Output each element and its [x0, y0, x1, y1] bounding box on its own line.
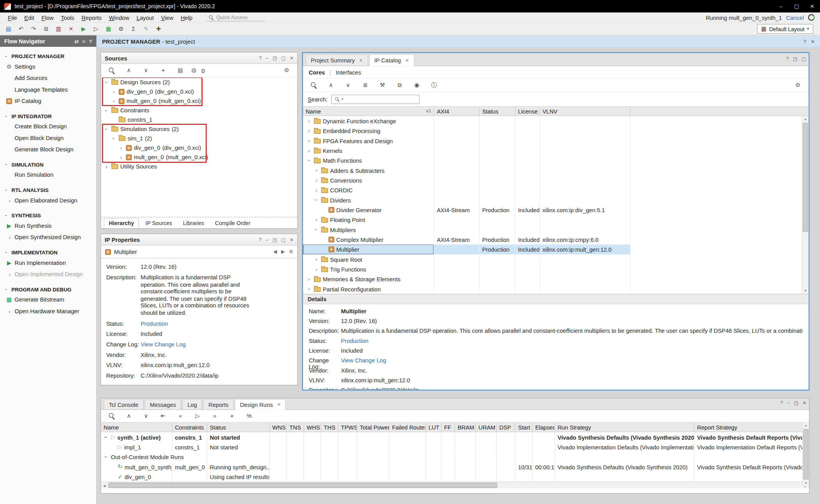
edit-button[interactable]: ✎ — [140, 24, 152, 34]
catalog-tree-row[interactable]: ›Trig Functions — [303, 264, 631, 274]
sources-tab-compile-order[interactable]: Compile Order — [210, 218, 255, 228]
sources-tab-ip-sources[interactable]: IP Sources — [141, 218, 177, 228]
cancel-link[interactable]: Cancel — [786, 14, 804, 21]
report-button[interactable]: ▦ — [103, 24, 115, 34]
close-tab-icon[interactable]: ✕ — [359, 57, 363, 62]
left-icon[interactable]: ◀ — [273, 249, 277, 254]
help-icon[interactable]: ? — [781, 401, 783, 406]
maximize-icon[interactable]: ▢ — [281, 237, 285, 242]
settings-button[interactable]: ⚙ — [115, 24, 127, 34]
add-button[interactable]: + — [157, 65, 169, 76]
scrollbar-thumb[interactable] — [803, 429, 808, 479]
expander-icon[interactable]: › — [7, 197, 12, 203]
expander-icon[interactable]: › — [7, 234, 12, 240]
maximize-icon[interactable]: ▢ — [281, 55, 285, 60]
minimize-icon[interactable]: – — [266, 237, 269, 242]
column-header-report_strategy[interactable]: Report Strategy — [695, 423, 810, 432]
column-header-tpws[interactable]: TPWS — [339, 423, 357, 432]
tab-design-runs[interactable]: Design Runs✕ — [235, 399, 286, 410]
expander-icon[interactable]: › — [314, 167, 319, 173]
expander-icon[interactable]: › — [103, 454, 109, 460]
sources-tree-row[interactable]: constrs_1 — [101, 115, 298, 124]
catalog-tree-row[interactable]: ›Math Functions — [303, 156, 631, 165]
paste-button[interactable]: ▥ — [53, 24, 65, 34]
file-button[interactable]: ▤ — [175, 65, 187, 76]
link-button[interactable]: ⧉ — [394, 80, 406, 91]
column-header-tns[interactable]: TNS — [287, 423, 304, 432]
menu-reports[interactable]: Reports — [78, 14, 105, 21]
search-button[interactable] — [106, 411, 118, 421]
settings-icon[interactable]: ⚙ — [289, 249, 293, 254]
expander-icon[interactable]: › — [314, 217, 319, 223]
expander-icon[interactable]: › — [306, 128, 312, 134]
sources-tab-libraries[interactable]: Libraries — [178, 218, 209, 228]
scroll-up-icon[interactable]: ▲ — [803, 422, 809, 429]
flow-nav-item-ip-catalog[interactable]: IP Catalog — [0, 95, 96, 106]
layout-selector[interactable]: ▦ Default Layout ▾ — [757, 24, 813, 34]
flow-nav-item-open-hardware-manager[interactable]: ›Open Hardware Manager — [0, 305, 96, 317]
flow-nav-item-generate-block-design[interactable]: Generate Block Design — [0, 144, 96, 155]
close-icon[interactable]: ✕ — [290, 237, 294, 242]
scrollbar-track[interactable] — [108, 482, 802, 488]
sources-tree-row[interactable]: ›sim_1(2) — [101, 134, 298, 143]
expander-icon[interactable]: › — [306, 138, 312, 144]
catalog-tree-row[interactable]: ›Adders & Subtracters — [303, 165, 631, 175]
menu-file[interactable]: File — [4, 14, 21, 21]
scroll-down-icon[interactable]: ▼ — [803, 480, 809, 486]
flow-nav-item-language-templates[interactable]: Language Templates — [0, 84, 96, 95]
flow-nav-item-run-synthesis[interactable]: ▶Run Synthesis — [0, 220, 96, 231]
scrollbar-thumb[interactable] — [108, 483, 497, 488]
column-header-failed_routes[interactable]: Failed Routes — [389, 423, 426, 432]
settings-button[interactable]: ⚙ — [281, 65, 293, 76]
column-header-wns[interactable]: WNS — [270, 423, 287, 432]
close-icon[interactable]: ✕ — [811, 39, 815, 44]
property-value[interactable]: View Change Log — [141, 341, 186, 348]
menu-help[interactable]: Help — [177, 14, 196, 21]
flow-nav-section-title[interactable]: ›SIMULATION — [0, 161, 96, 169]
catalog-tree-row[interactable]: MultiplierProductionIncludedxilinx.com:i… — [303, 245, 631, 254]
flow-nav-item-generate-bitstream[interactable]: ▦Generate Bitstream — [0, 294, 96, 305]
right-icon[interactable]: ▶ — [281, 249, 285, 254]
catalog-tree-row[interactable]: ›Square Root — [303, 254, 631, 264]
tab-log[interactable]: Log — [182, 399, 202, 410]
catalog-tree-row[interactable]: ›Partial Reconfiguration — [303, 284, 631, 294]
debug-button[interactable]: ✚ — [153, 24, 165, 34]
catalog-tree-row[interactable]: ›Conversions — [303, 175, 631, 185]
flow-nav-item-settings[interactable]: ⚙Settings — [0, 61, 96, 72]
help-icon[interactable]: ? — [89, 38, 92, 44]
flow-nav-item-open-block-design[interactable]: Open Block Design — [0, 132, 96, 144]
column-header-whs[interactable]: WHS — [304, 423, 321, 432]
sources-tree-row[interactable]: ›Constraints — [101, 106, 298, 115]
search-button[interactable] — [106, 65, 118, 76]
column-header-dsp[interactable]: DSP — [497, 423, 515, 432]
maximize-window-button[interactable]: ▢ — [789, 0, 804, 12]
design-run-row[interactable]: ▷impl_1constrs_1Not startedVivado Implem… — [101, 442, 809, 452]
catalog-tree-row[interactable]: ›Dividers — [303, 195, 631, 205]
expander-icon[interactable]: › — [4, 287, 8, 293]
flow-nav-section-title[interactable]: ›IMPLEMENTATION — [0, 248, 96, 257]
catalog-tree-row[interactable]: ›Dynamic Function eXchange — [303, 116, 631, 126]
sources-tree-row[interactable]: ›Design Sources(2) — [101, 78, 298, 87]
settings-button[interactable]: ⚙ — [792, 80, 804, 91]
menu-edit[interactable]: Edit — [21, 14, 38, 21]
close-tab-icon[interactable]: ✕ — [405, 58, 409, 63]
design-run-row[interactable]: ›Out-of-Context Module Runs — [101, 452, 809, 462]
float-icon[interactable]: ◳ — [793, 56, 797, 61]
expander-icon[interactable]: › — [314, 187, 319, 193]
step-button[interactable]: ▷ — [90, 24, 102, 34]
info-button[interactable]: ⓘ — [428, 80, 440, 91]
property-value[interactable]: View Change Log — [341, 357, 386, 364]
scrollbar-thumb[interactable] — [803, 123, 808, 232]
expander-icon[interactable]: › — [314, 197, 319, 203]
tab-tcl-console[interactable]: Tcl Console — [103, 399, 143, 410]
menu-view[interactable]: View — [157, 14, 177, 21]
flow-nav-section-title[interactable]: ›SYNTHESIS — [0, 212, 96, 220]
sources-tree-row[interactable]: ›mult_gen_0(mult_gen_0.xci) — [101, 153, 298, 162]
expander-icon[interactable]: › — [4, 250, 8, 256]
column-header-constraints[interactable]: Constraints — [172, 423, 207, 432]
menu-flow[interactable]: Flow — [38, 14, 57, 21]
column-header-uram[interactable]: URAM — [476, 423, 497, 432]
menu-layout[interactable]: Layout — [133, 14, 157, 21]
expander-icon[interactable]: › — [7, 271, 12, 277]
sources-tab-hierarchy[interactable]: Hierarchy — [103, 218, 139, 229]
